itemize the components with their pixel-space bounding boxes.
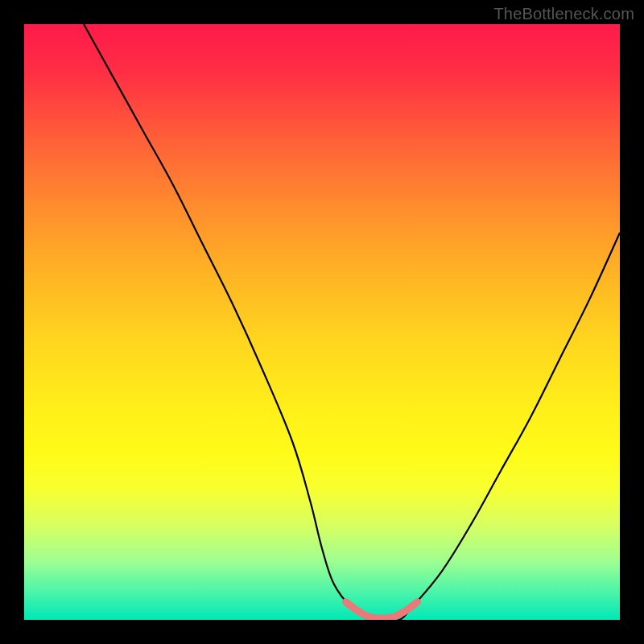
optimal-zone-line — [346, 602, 418, 618]
bottleneck-curve-line — [84, 24, 620, 620]
bottleneck-chart — [24, 24, 620, 620]
watermark-text: TheBottleneck.com — [493, 5, 634, 23]
chart-overlay — [24, 24, 620, 620]
